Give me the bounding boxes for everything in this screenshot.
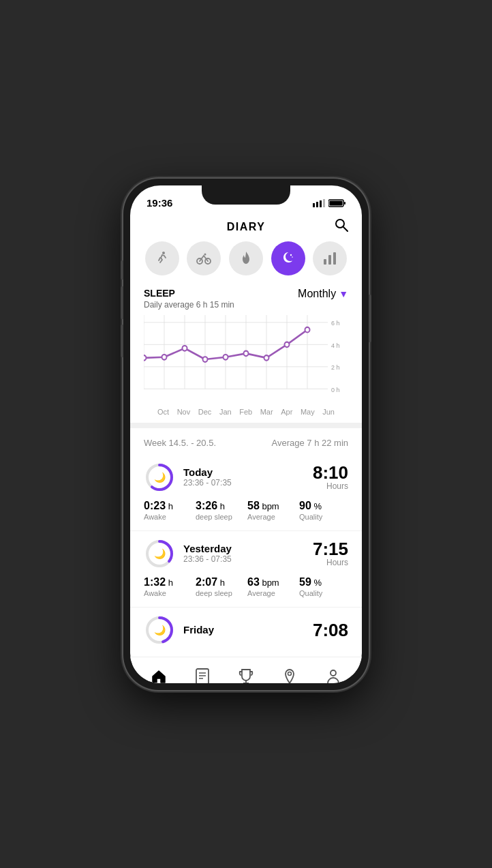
- stat-deep-yesterday: 2:07 h deep sleep: [196, 576, 245, 597]
- hours-val-yesterday: 7:15: [313, 540, 348, 558]
- stat-awake-today: 0:23 h Awake: [144, 500, 193, 521]
- category-cycling[interactable]: [187, 241, 221, 275]
- stat-quality-today: 90 % Quality: [299, 500, 348, 521]
- stat-deep-today: 3:26 h deep sleep: [196, 500, 245, 521]
- status-icons: [313, 199, 345, 207]
- category-stats[interactable]: [313, 241, 347, 275]
- trophy-icon: [238, 668, 254, 683]
- entry-info-yesterday: Yesterday 23:36 - 07:35: [183, 543, 232, 564]
- entry-info-friday: Friday: [183, 624, 214, 635]
- svg-point-38: [285, 342, 290, 347]
- svg-point-34: [203, 357, 208, 362]
- entry-day-friday: Friday: [183, 624, 214, 635]
- svg-point-36: [244, 350, 249, 356]
- status-time: 19:36: [147, 197, 172, 209]
- profile-icon: [326, 668, 341, 683]
- nav-profile[interactable]: [316, 663, 350, 683]
- nav-home[interactable]: [142, 663, 176, 683]
- phone-screen: 19:36 DIARY: [130, 185, 362, 683]
- svg-text:🌙: 🌙: [154, 472, 166, 483]
- x-label-apr: Apr: [281, 408, 292, 416]
- svg-rect-5: [344, 202, 345, 205]
- entry-top-friday: 🌙 Friday 7:08: [144, 614, 348, 646]
- period-selector[interactable]: Monthly ▼: [298, 288, 348, 300]
- svg-point-39: [305, 327, 310, 332]
- entry-hours-friday: 7:08: [313, 621, 348, 639]
- app-header: DIARY: [130, 215, 362, 237]
- search-button[interactable]: [335, 218, 348, 235]
- sleep-avg: Daily average 6 h 15 min: [144, 300, 234, 310]
- entry-stats-yesterday: 1:32 h Awake 2:07 h deep sleep 63 bpm Av…: [144, 576, 348, 597]
- svg-text:2 h: 2 h: [331, 363, 340, 370]
- entry-top-yesterday: 🌙 Yesterday 23:36 - 07:35 7:15 Hours: [144, 538, 348, 569]
- entry-left-yesterday: 🌙 Yesterday 23:36 - 07:35: [144, 538, 232, 569]
- diary-icon: [195, 668, 210, 683]
- category-fire[interactable]: [229, 241, 263, 275]
- chart-svg: 6 h 4 h 2 h 0 h: [144, 315, 348, 404]
- stat-bpm-today: 58 bpm Average: [247, 500, 296, 521]
- entry-info-today: Today 23:36 - 07:35: [183, 466, 232, 488]
- hours-label-yesterday: Hours: [313, 558, 348, 567]
- chart-x-labels: Oct Nov Dec Jan Feb Mar Apr May Jun: [144, 406, 348, 416]
- x-label-mar: Mar: [260, 408, 273, 416]
- svg-text:🌙: 🌙: [154, 625, 166, 636]
- section-divider: [130, 423, 362, 428]
- svg-rect-3: [323, 199, 325, 207]
- period-label: Monthly: [298, 288, 336, 300]
- category-running[interactable]: [145, 241, 179, 275]
- stat-bpm-yesterday: 63 bpm Average: [247, 576, 296, 597]
- svg-rect-15: [324, 259, 326, 265]
- week-info: Week 14.5. - 20.5. Average 7 h 22 min: [130, 428, 362, 455]
- svg-text:0 h: 0 h: [331, 386, 340, 393]
- x-label-oct: Oct: [157, 408, 169, 416]
- svg-rect-6: [330, 200, 343, 205]
- entry-hours-today: 8:10 Hours: [313, 464, 348, 491]
- stat-quality-yesterday: 59 % Quality: [299, 576, 348, 597]
- sleep-header: SLEEP Daily average 6 h 15 min Monthly ▼: [144, 288, 348, 310]
- nav-location[interactable]: [273, 663, 307, 683]
- entry-hours-yesterday: 7:15 Hours: [313, 540, 348, 567]
- svg-point-31: [144, 355, 147, 361]
- svg-point-32: [162, 354, 167, 359]
- phone-frame: 19:36 DIARY: [123, 179, 369, 690]
- svg-rect-17: [333, 252, 336, 265]
- sleep-entry-friday: 🌙 Friday 7:08: [130, 608, 362, 657]
- sleep-ring-friday: 🌙: [144, 614, 175, 646]
- entry-time-yesterday: 23:36 - 07:35: [183, 554, 232, 564]
- notch: [202, 185, 290, 205]
- entry-time-today: 23:36 - 07:35: [183, 478, 232, 488]
- sleep-entry-today: 🌙 Today 23:36 - 07:35 8:10 Hours: [130, 455, 362, 531]
- entry-stats-today: 0:23 h Awake 3:26 h deep sleep 58 bpm Av…: [144, 500, 348, 521]
- nav-diary[interactable]: [185, 663, 219, 683]
- category-bar: [130, 237, 362, 282]
- hours-label-today: Hours: [313, 481, 348, 491]
- svg-point-7: [336, 220, 344, 228]
- location-icon: [282, 668, 297, 683]
- battery-icon: [328, 199, 345, 207]
- stat-awake-yesterday: 1:32 h Awake: [144, 576, 193, 597]
- svg-point-9: [162, 252, 165, 254]
- category-sleep[interactable]: [271, 241, 305, 275]
- week-range: Week 14.5. - 20.5.: [144, 438, 216, 448]
- entry-top-today: 🌙 Today 23:36 - 07:35 8:10 Hours: [144, 462, 348, 493]
- sleep-title: SLEEP: [144, 288, 234, 299]
- svg-point-14: [292, 256, 293, 258]
- dropdown-arrow-icon: ▼: [339, 288, 348, 299]
- home-icon: [151, 668, 167, 683]
- sleep-section: SLEEP Daily average 6 h 15 min Monthly ▼: [130, 282, 362, 315]
- svg-point-37: [264, 355, 269, 361]
- svg-point-59: [288, 672, 292, 675]
- svg-rect-2: [320, 200, 322, 207]
- sleep-entry-yesterday: 🌙 Yesterday 23:36 - 07:35 7:15 Hours: [130, 531, 362, 608]
- hours-val-today: 8:10: [313, 464, 348, 481]
- screen-content: DIARY: [130, 215, 362, 683]
- svg-line-8: [343, 227, 348, 231]
- x-label-may: May: [301, 408, 315, 416]
- page-title: DIARY: [227, 221, 266, 233]
- svg-point-60: [330, 670, 336, 676]
- entry-left-friday: 🌙 Friday: [144, 614, 214, 646]
- svg-point-13: [290, 254, 291, 255]
- signal-icon: [313, 199, 325, 207]
- nav-trophy[interactable]: [229, 663, 263, 683]
- svg-point-33: [183, 345, 187, 350]
